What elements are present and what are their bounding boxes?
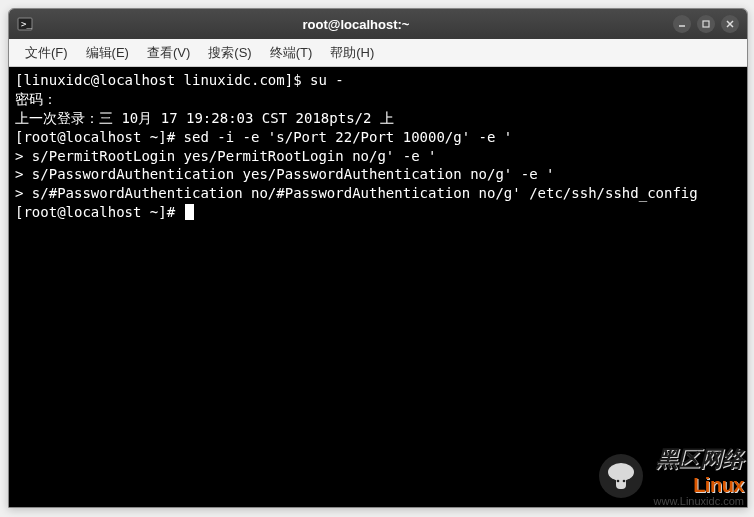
menubar: 文件(F) 编辑(E) 查看(V) 搜索(S) 终端(T) 帮助(H)	[9, 39, 747, 67]
window-controls	[673, 15, 739, 33]
menu-edit[interactable]: 编辑(E)	[78, 41, 137, 65]
maximize-button[interactable]	[697, 15, 715, 33]
svg-rect-8	[616, 477, 626, 489]
titlebar[interactable]: >_ root@localhost:~	[9, 9, 747, 39]
svg-point-10	[622, 479, 625, 482]
watermark: 黑区网络 Linux www.Linuxidc.com	[598, 444, 744, 507]
menu-view[interactable]: 查看(V)	[139, 41, 198, 65]
menu-help[interactable]: 帮助(H)	[322, 41, 382, 65]
watermark-brand: Linux	[693, 474, 744, 497]
terminal-area[interactable]: [linuxidc@localhost linuxidc.com]$ su -密…	[9, 67, 747, 507]
minimize-button[interactable]	[673, 15, 691, 33]
terminal-line: > s/PasswordAuthentication yes/PasswordA…	[15, 165, 741, 184]
svg-rect-3	[703, 21, 709, 27]
terminal-line: > s/PermitRootLogin yes/PermitRootLogin …	[15, 147, 741, 166]
watermark-cn: 黑区网络	[656, 444, 744, 474]
terminal-line: > s/#PasswordAuthentication no/#Password…	[15, 184, 741, 203]
watermark-text: 黑区网络 Linux www.Linuxidc.com	[654, 444, 744, 507]
terminal-line: [linuxidc@localhost linuxidc.com]$ su -	[15, 71, 741, 90]
mushroom-icon	[598, 453, 644, 499]
svg-point-9	[616, 479, 619, 482]
terminal-prompt: [root@localhost ~]#	[15, 204, 184, 220]
window-title: root@localhost:~	[39, 17, 673, 32]
svg-text:>_: >_	[21, 19, 32, 29]
watermark-url: www.Linuxidc.com	[654, 495, 744, 507]
terminal-line: [root@localhost ~]# sed -i -e 's/Port 22…	[15, 128, 741, 147]
terminal-window: >_ root@localhost:~ 文件(F) 编辑(E) 查看(V) 搜索…	[8, 8, 748, 508]
cursor-icon	[185, 204, 194, 220]
terminal-icon: >_	[17, 16, 33, 32]
close-button[interactable]	[721, 15, 739, 33]
terminal-line: 密码：	[15, 90, 741, 109]
menu-file[interactable]: 文件(F)	[17, 41, 76, 65]
menu-terminal[interactable]: 终端(T)	[262, 41, 321, 65]
menu-search[interactable]: 搜索(S)	[200, 41, 259, 65]
terminal-prompt-line: [root@localhost ~]#	[15, 203, 741, 222]
terminal-line: 上一次登录：三 10月 17 19:28:03 CST 2018pts/2 上	[15, 109, 741, 128]
